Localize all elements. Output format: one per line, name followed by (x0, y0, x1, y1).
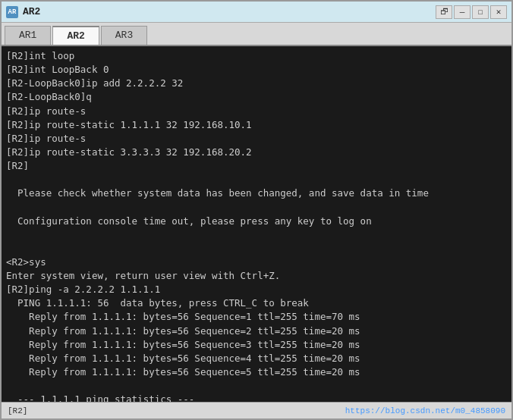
status-prompt: [R2] (8, 406, 27, 415)
minimize-button[interactable]: — (454, 5, 471, 19)
terminal-text: [R2]int loop [R2]int LoopBack 0 [R2-Loop… (6, 49, 507, 402)
tab-ar3[interactable]: AR3 (101, 26, 147, 45)
terminal-output[interactable]: [R2]int loop [R2]int LoopBack 0 [R2-Loop… (2, 46, 511, 402)
close-button[interactable]: ✕ (490, 5, 507, 19)
restore-button[interactable]: 🗗 (436, 5, 452, 19)
main-window: AR AR2 🗗 — ☐ ✕ AR1 AR2 AR3 [R2]int loop … (0, 0, 513, 420)
tab-ar1[interactable]: AR1 (5, 26, 51, 45)
window-title: AR2 (23, 6, 40, 17)
title-controls: 🗗 — ☐ ✕ (436, 5, 507, 19)
maximize-button[interactable]: ☐ (472, 5, 489, 19)
tab-ar2[interactable]: AR2 (52, 26, 99, 45)
title-bar: AR AR2 🗗 — ☐ ✕ (2, 2, 511, 23)
title-bar-left: AR AR2 (6, 6, 40, 18)
app-icon: AR (6, 6, 18, 18)
tab-bar: AR1 AR2 AR3 (2, 23, 511, 46)
status-link: https://blog.csdn.net/m0_4858090 (345, 406, 505, 415)
status-bar: [R2] https://blog.csdn.net/m0_4858090 (2, 402, 511, 418)
